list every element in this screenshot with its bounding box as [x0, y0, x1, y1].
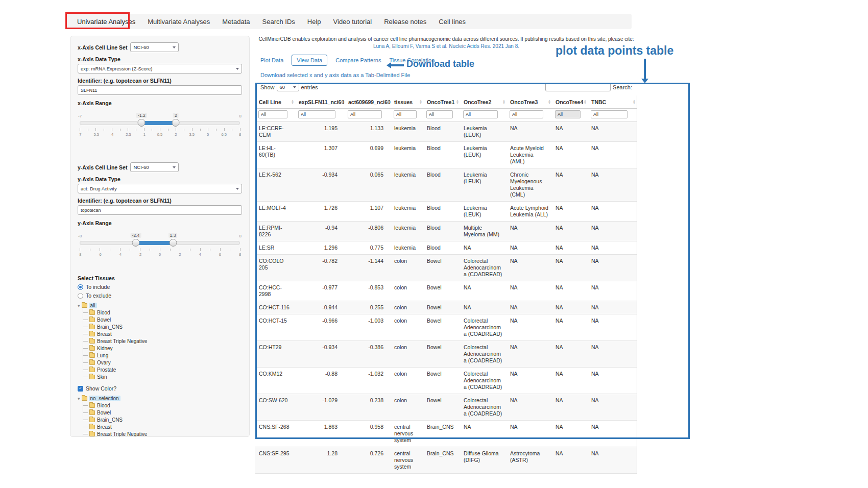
- folder-icon: [89, 410, 95, 415]
- tree-item-label: Bowel: [97, 410, 111, 416]
- table-cell: Astrocytoma (ASTR): [507, 447, 552, 474]
- tissue-include-tree-item-bowel[interactable]: Bowel: [89, 316, 242, 323]
- tree-expander-icon[interactable]: ▾: [78, 303, 80, 308]
- y-data-type-select[interactable]: act: Drug Activity: [78, 184, 242, 193]
- y-range-slider[interactable]: -88-2.41.3-8-6-4-202468: [80, 234, 240, 260]
- range-handle-low[interactable]: [132, 239, 139, 247]
- nav-item-search-ids[interactable]: Search IDs: [256, 18, 301, 26]
- folder-icon: [89, 318, 95, 322]
- radio-unchecked-icon: [78, 293, 83, 299]
- tissue-include-tree-root-label: all: [89, 303, 97, 308]
- annotation-plot-table-label: plot data points table: [556, 44, 673, 58]
- range-handle-low[interactable]: [138, 119, 146, 127]
- slider-fill: [141, 121, 176, 125]
- y-identifier-input[interactable]: [78, 205, 242, 215]
- arrow-head: [641, 79, 648, 83]
- range-handle-high[interactable]: [172, 119, 180, 127]
- tissue-include-tree-root[interactable]: ▾all: [78, 303, 242, 308]
- folder-icon: [82, 303, 87, 308]
- tissue-include-tree-item-kidney[interactable]: Kidney: [89, 345, 242, 352]
- folder-icon: [82, 396, 87, 401]
- x-data-type-value: exp: mRNA Expression (Z-Score): [81, 66, 152, 71]
- annotation-download-label: Download table: [406, 59, 474, 69]
- table-cell: 1.28: [295, 447, 345, 474]
- tissue-exclude-tree-root-label: no_selection: [89, 396, 120, 401]
- table-cell: Brain_CNS: [423, 447, 460, 474]
- y-cell-line-set-select[interactable]: NCI-60: [130, 162, 179, 172]
- tissue-exclude-tree-item-breast-triple-negative[interactable]: Breast Triple Negative: [89, 430, 242, 437]
- tissue-include-tree-item-skin[interactable]: Skin: [89, 373, 242, 380]
- tissue-include-tree-item-blood[interactable]: Blood: [89, 309, 242, 316]
- citation-link[interactable]: Luna A, Elloumi F, Varma S et al. Nuclei…: [373, 43, 519, 49]
- show-color-checkbox[interactable]: Show Color?: [78, 385, 242, 392]
- tab-view-data[interactable]: View Data: [292, 55, 327, 66]
- folder-icon: [89, 418, 95, 422]
- nav-item-cell-lines[interactable]: Cell lines: [432, 18, 472, 26]
- chevron-down-icon: [173, 166, 176, 168]
- x-cell-line-set-select[interactable]: NCI-60: [130, 42, 179, 52]
- tissue-include-tree-item-prostate[interactable]: Prostate: [89, 366, 242, 373]
- tissue-exclude-tree-item-brain-cns[interactable]: Brain_CNS: [89, 416, 242, 423]
- x-identifier-input[interactable]: [78, 85, 242, 95]
- y-range-label: y-Axis Range: [78, 220, 242, 226]
- radio-checked-icon: [78, 284, 83, 290]
- x-data-type-label: x-Axis Data Type: [78, 56, 242, 62]
- folder-icon: [89, 346, 95, 351]
- table-cell: central nervous system: [391, 447, 423, 474]
- nav-item-metadata[interactable]: Metadata: [216, 18, 256, 26]
- y-cell-line-set-value: NCI-60: [133, 164, 149, 170]
- radio-to-exclude[interactable]: To exclude: [78, 292, 242, 299]
- nav-item-video-tutorial[interactable]: Video tutorial: [327, 18, 378, 26]
- y-data-type-value: act: Drug Activity: [81, 186, 117, 191]
- tree-item-label: Skin: [97, 374, 107, 380]
- tissue-exclude-tree-root[interactable]: ▾no_selection: [78, 396, 242, 401]
- tab-plot-data[interactable]: Plot Data: [260, 57, 283, 63]
- download-link[interactable]: Download selected x and y axis data as a…: [260, 72, 410, 78]
- tree-item-label: Breast Triple Negative: [97, 338, 147, 344]
- folder-icon: [89, 325, 95, 329]
- y-identifier-label: Identifier: (e.g. topotecan or SLFN11): [78, 198, 242, 204]
- y-data-type-label: y-Axis Data Type: [78, 176, 242, 182]
- tree-expander-icon[interactable]: ▾: [78, 396, 80, 401]
- tissue-exclude-tree-item-blood[interactable]: Blood: [89, 402, 242, 409]
- tissue-exclude-tree: ▾no_selectionBloodBowelBrain_CNSBreastBr…: [78, 396, 242, 437]
- show-color-label: Show Color?: [86, 385, 116, 392]
- tree-item-label: Lung: [97, 353, 108, 358]
- folder-icon: [89, 368, 95, 372]
- annotation-down-arrow-icon: [641, 59, 649, 83]
- arrow-stem: [644, 59, 646, 79]
- slider-fill: [136, 241, 173, 245]
- x-identifier-label: Identifier: (e.g. topotecan or SLFN11): [78, 78, 242, 84]
- annotation-table-box: [255, 83, 690, 439]
- x-range-label: x-Axis Range: [78, 100, 242, 106]
- x-cell-line-set-label: x-Axis Cell Line Set: [78, 44, 127, 51]
- table-cell: 0.726: [345, 447, 391, 474]
- tree-item-label: Blood: [97, 403, 110, 408]
- tissue-include-tree-item-breast-triple-negative[interactable]: Breast Triple Negative: [89, 337, 242, 345]
- table-cell: NA: [588, 447, 637, 474]
- select-tissues-label: Select Tissues: [78, 275, 242, 281]
- tissue-include-tree: ▾allBloodBowelBrain_CNSBreastBreast Trip…: [78, 303, 242, 380]
- nav-item-multivariate-analyses[interactable]: Multivariate Analyses: [141, 18, 216, 26]
- x-data-type-select[interactable]: exp: mRNA Expression (Z-Score): [78, 64, 242, 74]
- tissue-include-tree-item-ovary[interactable]: Ovary: [89, 359, 242, 366]
- range-handle-high[interactable]: [169, 239, 177, 247]
- tab-compare-patterns[interactable]: Compare Patterns: [335, 57, 381, 63]
- tree-item-label: Breast Triple Negative: [97, 431, 147, 437]
- annotation-red-box: [65, 12, 130, 29]
- y-cell-line-set-label: y-Axis Cell Line Set: [78, 164, 127, 170]
- folder-icon: [89, 310, 95, 315]
- tissue-exclude-tree-item-breast[interactable]: Breast: [89, 423, 242, 430]
- folder-icon: [89, 360, 95, 365]
- tissue-include-tree-item-brain-cns[interactable]: Brain_CNS: [89, 323, 242, 330]
- table-cell: CNS:SF-295: [255, 447, 295, 474]
- sidebar-controls: x-Axis Cell Line Set NCI-60 x-Axis Data …: [70, 36, 250, 437]
- nav-item-help[interactable]: Help: [301, 18, 327, 26]
- tissue-include-tree-item-breast[interactable]: Breast: [89, 330, 242, 337]
- nav-item-release-notes[interactable]: Release notes: [378, 18, 432, 26]
- x-range-slider[interactable]: -78-1.22-7-5.5-4-2.5-10.523.556.58: [80, 114, 240, 140]
- tissue-include-tree-item-lung[interactable]: Lung: [89, 352, 242, 359]
- tissue-exclude-tree-item-bowel[interactable]: Bowel: [89, 409, 242, 416]
- tree-item-label: Ovary: [97, 360, 111, 365]
- radio-to-include[interactable]: To include: [78, 284, 242, 290]
